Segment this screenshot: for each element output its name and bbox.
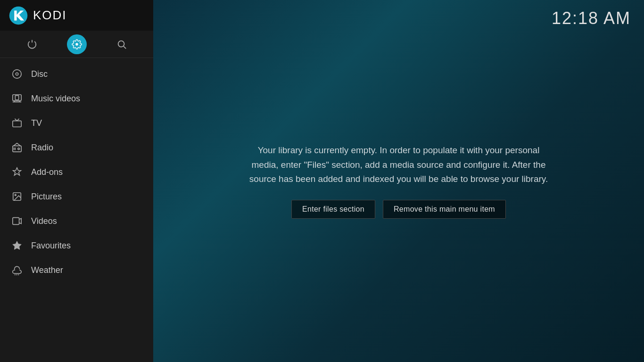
power-button[interactable]	[22, 34, 42, 54]
empty-library-message: Your library is currently empty. In orde…	[243, 143, 554, 186]
toolbar	[0, 31, 153, 58]
favourites-icon	[10, 239, 24, 252]
sidebar-item-add-ons-label: Add-ons	[31, 167, 63, 177]
disc-icon	[10, 67, 24, 81]
sidebar-item-videos[interactable]: Videos	[0, 209, 153, 233]
svg-rect-18	[13, 218, 19, 225]
sidebar-item-tv[interactable]: TV	[0, 111, 153, 135]
sidebar-item-favourites-label: Favourites	[31, 241, 71, 251]
svg-line-3	[124, 46, 126, 49]
sidebar-item-music-videos-label: Music videos	[31, 94, 80, 104]
sidebar-item-radio-label: Radio	[31, 143, 53, 153]
svg-rect-11	[13, 121, 21, 127]
svg-point-2	[118, 41, 124, 47]
app-title: KODI	[33, 8, 67, 23]
sidebar-item-add-ons[interactable]: Add-ons	[0, 160, 153, 184]
svg-rect-7	[15, 96, 18, 100]
svg-point-17	[15, 194, 16, 196]
search-button[interactable]	[112, 34, 132, 54]
svg-point-4	[13, 70, 21, 78]
videos-icon	[10, 214, 24, 228]
sidebar-item-pictures[interactable]: Pictures	[0, 184, 153, 209]
sidebar-item-weather[interactable]: Weather	[0, 258, 153, 282]
settings-icon	[72, 39, 82, 49]
search-icon	[116, 39, 127, 49]
sidebar-item-music-videos[interactable]: Music videos	[0, 86, 153, 111]
main-content: 12:18 AM Your library is currently empty…	[153, 0, 644, 362]
nav-menu: Disc Music videos	[0, 58, 153, 362]
sidebar-item-radio[interactable]: Radio	[0, 135, 153, 160]
pictures-icon	[10, 190, 24, 203]
settings-button[interactable]	[67, 34, 87, 54]
sidebar-item-disc-label: Disc	[31, 69, 48, 79]
sidebar-item-pictures-label: Pictures	[31, 192, 62, 202]
sidebar: KODI	[0, 0, 153, 362]
clock-display: 12:18 AM	[552, 8, 631, 28]
sidebar-item-videos-label: Videos	[31, 216, 57, 226]
add-ons-icon	[10, 165, 24, 179]
sidebar-item-favourites[interactable]: Favourites	[0, 233, 153, 258]
radio-icon	[10, 141, 24, 154]
svg-point-5	[16, 73, 18, 75]
svg-line-21	[17, 274, 17, 275]
sidebar-item-weather-label: Weather	[31, 265, 63, 275]
app-header: KODI	[0, 0, 153, 31]
svg-line-20	[15, 274, 15, 275]
weather-icon	[10, 263, 24, 277]
svg-marker-19	[13, 241, 21, 249]
power-icon	[27, 39, 37, 49]
empty-library-message-box: Your library is currently empty. In orde…	[234, 134, 564, 228]
enter-files-section-button[interactable]: Enter files section	[291, 200, 375, 219]
sidebar-item-disc[interactable]: Disc	[0, 62, 153, 86]
action-buttons: Enter files section Remove this main men…	[243, 200, 554, 219]
kodi-logo-icon	[8, 6, 28, 25]
music-videos-icon	[10, 92, 24, 105]
svg-point-13	[18, 148, 20, 150]
tv-icon	[10, 116, 24, 130]
remove-menu-item-button[interactable]: Remove this main menu item	[383, 200, 506, 219]
sidebar-item-tv-label: TV	[31, 118, 42, 128]
content-area: Your library is currently empty. In orde…	[153, 0, 644, 362]
svg-line-22	[18, 274, 19, 275]
